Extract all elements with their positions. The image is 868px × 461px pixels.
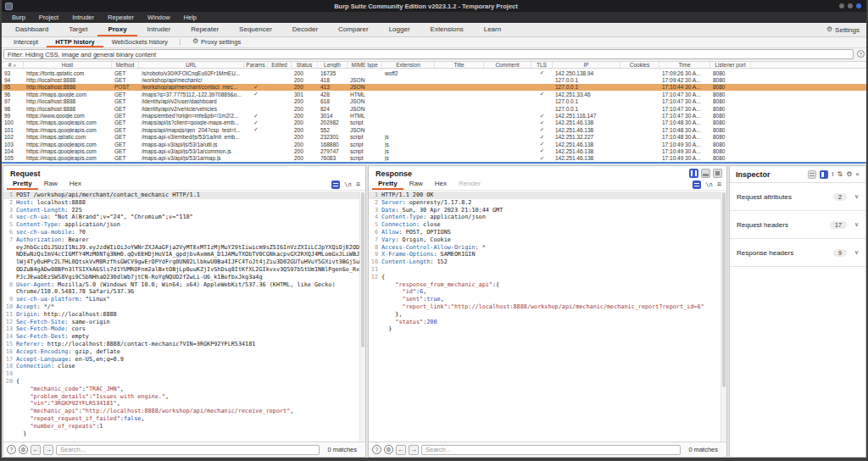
request-editor[interactable]: 1POST /workshop/api/merchant/contact_mec… bbox=[3, 192, 365, 442]
column-header-length[interactable]: Length bbox=[318, 62, 348, 68]
column-header-ip[interactable]: IP bbox=[553, 62, 620, 68]
table-row[interactable]: 104https://maps.googleapis.comGET/maps-a… bbox=[2, 147, 866, 154]
prev-match-button[interactable]: ← bbox=[396, 445, 406, 455]
help-icon[interactable]: ? bbox=[857, 50, 865, 58]
prev-match-button[interactable]: ← bbox=[31, 445, 41, 455]
response-scrollbar[interactable] bbox=[721, 192, 726, 442]
table-row[interactable]: 101https://maps.googleapis.comGET/maps/a… bbox=[2, 126, 866, 133]
scrollbar-thumb[interactable] bbox=[361, 192, 364, 347]
request-scrollbar[interactable] bbox=[359, 192, 365, 442]
scrollbar-thumb[interactable] bbox=[722, 192, 726, 387]
column-header-edited[interactable]: Edited bbox=[268, 62, 292, 68]
tab-intruder[interactable]: Intruder bbox=[137, 23, 181, 36]
menu-item-repeater[interactable]: Repeater bbox=[101, 12, 141, 23]
column-header-tls[interactable]: TLS bbox=[531, 62, 553, 68]
line-number: 2 bbox=[3, 199, 16, 207]
filter-input[interactable]: Filter: Hiding CSS, image and general bi… bbox=[3, 49, 854, 59]
view-tab-raw[interactable]: Raw bbox=[403, 179, 429, 190]
tab-decoder[interactable]: Decoder bbox=[282, 23, 328, 36]
gear-icon[interactable]: ⚙ bbox=[846, 171, 852, 178]
sub-tab-websockets-history[interactable]: WebSockets history bbox=[103, 37, 176, 47]
column-header-extension[interactable]: Extension bbox=[382, 62, 435, 68]
column-header-method[interactable]: Method bbox=[112, 62, 139, 68]
help-icon[interactable]: ? bbox=[7, 445, 16, 454]
show-newlines-icon[interactable]: \n bbox=[705, 181, 712, 188]
column-header-url[interactable]: URL bbox=[139, 62, 244, 68]
single-pane-layout-icon[interactable] bbox=[713, 169, 722, 178]
minimize-icon[interactable] bbox=[839, 3, 844, 8]
sub-tab-http-history[interactable]: HTTP history bbox=[47, 37, 103, 47]
side-by-side-layout-icon[interactable] bbox=[689, 169, 698, 178]
show-newlines-icon[interactable]: \n bbox=[344, 181, 351, 188]
search-input[interactable] bbox=[421, 445, 681, 455]
tab-sequencer[interactable]: Sequencer bbox=[229, 23, 282, 36]
table-row[interactable]: 93https://fonts.gstatic.comGET/s/roboto/… bbox=[2, 69, 866, 76]
sub-tab-intercept[interactable]: Intercept bbox=[5, 37, 47, 47]
column-header-listener-port[interactable]: Listener port bbox=[710, 62, 751, 68]
search-input[interactable] bbox=[56, 445, 320, 455]
table-row[interactable]: 97http://localhost:8888GET/identity/api/… bbox=[2, 98, 866, 105]
response-editor[interactable]: 1HTTP/1.1 200 OK2Server: openresty/1.17.… bbox=[369, 192, 726, 442]
stacked-layout-icon[interactable] bbox=[701, 169, 710, 178]
table-row[interactable]: 94http://localhost:8888GET/workshop/api/… bbox=[2, 76, 866, 83]
maximize-icon[interactable] bbox=[848, 3, 853, 8]
menu-item-intruder[interactable]: Intruder bbox=[65, 12, 101, 23]
menu-item-help[interactable]: Help bbox=[177, 12, 203, 23]
table-row[interactable]: 102https://maps.gstatic.comGET/maps-api-… bbox=[2, 134, 866, 141]
column-header-#[interactable]: #∧ bbox=[2, 62, 24, 68]
inspector-section-request-headers[interactable]: Request headers17∨ bbox=[730, 211, 865, 239]
menu-item-window[interactable]: Window bbox=[141, 12, 177, 23]
settings-button[interactable]: ⚙ Settings bbox=[826, 23, 860, 36]
view-tab-raw[interactable]: Raw bbox=[38, 179, 64, 190]
close-icon[interactable]: × bbox=[855, 171, 860, 178]
syntax-highlight-icon[interactable] bbox=[693, 181, 701, 189]
text-cursor-icon[interactable]: I bbox=[832, 171, 833, 178]
table-row[interactable]: 95http://localhost:8888POST/workshop/api… bbox=[2, 84, 866, 91]
tab-proxy[interactable]: Proxy bbox=[97, 23, 136, 36]
view-tab-pretty[interactable]: Pretty bbox=[7, 179, 38, 190]
inspector-section-request-attributes[interactable]: Request attributes2∨ bbox=[730, 183, 865, 211]
table-row[interactable]: 103https://maps.googleapis.comGET/maps-a… bbox=[2, 141, 866, 147]
close-icon[interactable] bbox=[856, 3, 861, 8]
column-header-host[interactable]: Host bbox=[24, 62, 112, 68]
column-header-mime-type[interactable]: MIME type bbox=[348, 62, 382, 68]
gear-icon[interactable]: ⚙ bbox=[384, 445, 393, 454]
column-header-time[interactable]: Time bbox=[659, 62, 710, 68]
tab-extensions[interactable]: Extensions bbox=[420, 23, 474, 36]
column-header-cookies[interactable]: Cookies bbox=[620, 62, 659, 68]
column-header-title[interactable]: Title bbox=[435, 62, 484, 68]
sub-tab-proxy-settings[interactable]: ⚙Proxy settings bbox=[184, 37, 249, 47]
column-header-status[interactable]: Status bbox=[292, 62, 318, 68]
collapse-expand-icon[interactable]: ⇅ bbox=[837, 171, 843, 178]
next-match-button[interactable]: → bbox=[43, 445, 53, 455]
syntax-highlight-icon[interactable] bbox=[331, 181, 340, 189]
next-match-button[interactable]: → bbox=[409, 445, 419, 455]
inspector-section-response-headers[interactable]: Response headers9∨ bbox=[730, 239, 865, 267]
inspector-dock-icon[interactable] bbox=[808, 170, 816, 179]
view-tab-pretty[interactable]: Pretty bbox=[372, 179, 403, 190]
tab-dashboard[interactable]: Dashboard bbox=[5, 23, 58, 36]
tab-target[interactable]: Target bbox=[58, 23, 97, 36]
tab-logger[interactable]: Logger bbox=[379, 23, 420, 36]
table-row[interactable]: 100https://maps.googleapis.comGET/maps/a… bbox=[2, 119, 866, 126]
tab-repeater[interactable]: Repeater bbox=[181, 23, 229, 36]
column-header-comment[interactable]: Comment bbox=[484, 62, 531, 68]
table-row[interactable]: 98http://localhost:8888GET/identity/api/… bbox=[2, 105, 866, 112]
menu-item-project[interactable]: Project bbox=[32, 12, 65, 23]
menu-item-burp[interactable]: Burp bbox=[5, 12, 32, 23]
table-row[interactable]: 99https://www.google.comGET/maps/embed?o… bbox=[2, 112, 866, 119]
table-row[interactable]: 96https://maps.google.comGET/maps?q=37.7… bbox=[2, 91, 866, 97]
view-tab-render[interactable]: Render bbox=[453, 179, 487, 190]
inspector-panel-layout-icon[interactable] bbox=[820, 170, 828, 179]
gear-icon[interactable]: ⚙ bbox=[19, 445, 28, 454]
editor-menu-icon[interactable]: ≡ bbox=[717, 181, 721, 188]
tab-learn[interactable]: Learn bbox=[474, 23, 511, 36]
view-tab-hex[interactable]: Hex bbox=[64, 179, 87, 190]
column-header-params[interactable]: Params bbox=[244, 62, 268, 68]
view-tab-hex[interactable]: Hex bbox=[429, 179, 453, 190]
help-icon[interactable]: ? bbox=[372, 445, 381, 454]
editor-menu-icon[interactable]: ≡ bbox=[356, 181, 360, 188]
code-text: Referer: http://localhost:8888/contact-m… bbox=[16, 341, 255, 348]
tab-comparer[interactable]: Comparer bbox=[328, 23, 379, 36]
table-row[interactable]: 105https://maps.googleapis.comGET/maps-a… bbox=[2, 155, 866, 162]
